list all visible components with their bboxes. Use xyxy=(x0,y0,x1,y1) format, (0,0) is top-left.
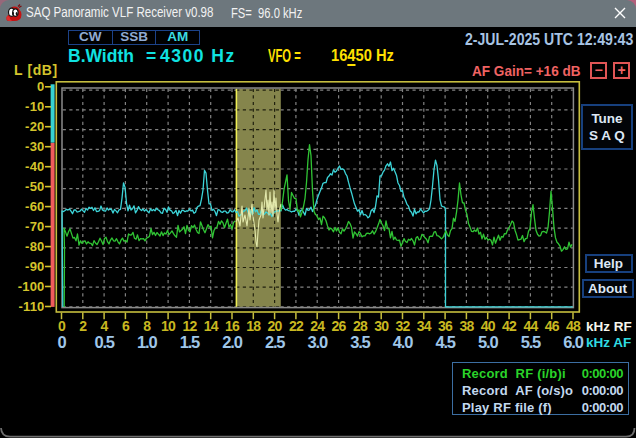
svg-text:36: 36 xyxy=(438,318,453,334)
svg-text:-30: -30 xyxy=(25,139,44,154)
svg-text:-80: -80 xyxy=(25,239,44,254)
svg-text:34: 34 xyxy=(417,318,432,334)
svg-text:40: 40 xyxy=(481,318,496,334)
svg-text:26: 26 xyxy=(332,318,347,334)
svg-text:0: 0 xyxy=(58,333,67,351)
svg-text:18: 18 xyxy=(246,318,261,334)
svg-text:5.0: 5.0 xyxy=(478,333,498,351)
svg-text:-60: -60 xyxy=(25,199,44,214)
svg-text:6: 6 xyxy=(122,318,130,334)
svg-text:4.0: 4.0 xyxy=(393,333,413,351)
svg-text:0: 0 xyxy=(37,79,44,94)
svg-text:46: 46 xyxy=(545,318,560,334)
svg-text:1.5: 1.5 xyxy=(180,333,200,351)
svg-text:-40: -40 xyxy=(25,159,44,174)
svg-text:30: 30 xyxy=(374,318,389,334)
svg-text:-90: -90 xyxy=(25,259,44,274)
svg-text:28: 28 xyxy=(353,318,368,334)
svg-text:38: 38 xyxy=(459,318,474,334)
svg-text:8: 8 xyxy=(143,318,151,334)
svg-text:16: 16 xyxy=(225,318,240,334)
svg-text:32: 32 xyxy=(396,318,411,334)
svg-text:-50: -50 xyxy=(25,179,44,194)
svg-text:20: 20 xyxy=(268,318,283,334)
svg-text:0: 0 xyxy=(58,318,66,334)
svg-text:42: 42 xyxy=(502,318,517,334)
svg-text:2: 2 xyxy=(79,318,87,334)
svg-text:-20: -20 xyxy=(25,119,44,134)
svg-text:14: 14 xyxy=(204,318,219,334)
svg-text:10: 10 xyxy=(161,318,176,334)
svg-text:-10: -10 xyxy=(25,99,44,114)
svg-text:kHz AF: kHz AF xyxy=(586,335,631,350)
svg-text:4.5: 4.5 xyxy=(435,333,455,351)
svg-text:3.5: 3.5 xyxy=(350,333,370,351)
svg-text:kHz RF: kHz RF xyxy=(586,319,632,334)
svg-text:0.5: 0.5 xyxy=(94,333,114,351)
svg-text:-100: -100 xyxy=(18,279,45,294)
svg-text:24: 24 xyxy=(310,318,325,334)
svg-text:2.0: 2.0 xyxy=(222,333,242,351)
svg-text:6.0: 6.0 xyxy=(563,333,583,351)
svg-text:-110: -110 xyxy=(18,299,44,314)
svg-text:48: 48 xyxy=(566,318,581,334)
svg-text:22: 22 xyxy=(289,318,304,334)
svg-text:1.0: 1.0 xyxy=(137,333,157,351)
svg-text:2.5: 2.5 xyxy=(265,333,285,351)
svg-text:-70: -70 xyxy=(25,219,44,234)
svg-text:4: 4 xyxy=(101,318,109,334)
svg-text:5.5: 5.5 xyxy=(521,333,541,351)
svg-text:12: 12 xyxy=(182,318,197,334)
svg-text:3.0: 3.0 xyxy=(308,333,328,351)
svg-text:44: 44 xyxy=(523,318,538,334)
